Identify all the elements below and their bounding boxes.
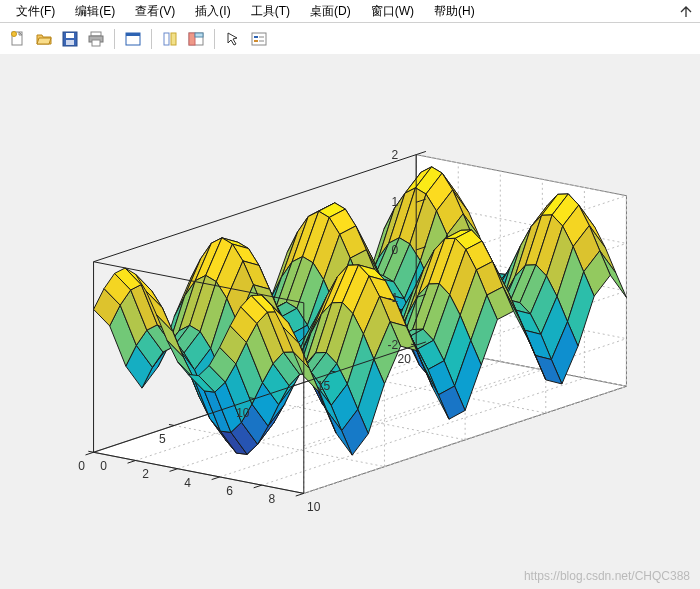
svg-point-2 bbox=[12, 32, 17, 37]
y-tick-label: 20 bbox=[398, 352, 412, 366]
svg-line-470 bbox=[170, 469, 178, 472]
svg-rect-14 bbox=[189, 33, 195, 45]
z-tick-label: -1 bbox=[388, 291, 399, 305]
y-tick-label: 10 bbox=[236, 406, 250, 420]
z-tick-label: 0 bbox=[392, 243, 399, 257]
menu-bar: 文件(F) 编辑(E) 查看(V) 插入(I) 工具(T) 桌面(D) 窗口(W… bbox=[0, 0, 700, 23]
menu-edit[interactable]: 编辑(E) bbox=[65, 1, 125, 22]
svg-line-469 bbox=[128, 460, 136, 463]
svg-rect-15 bbox=[195, 33, 203, 37]
x-tick-label: 0 bbox=[100, 459, 107, 473]
menu-file[interactable]: 文件(F) bbox=[6, 1, 65, 22]
print-icon[interactable] bbox=[84, 27, 108, 51]
x-tick-label: 6 bbox=[226, 484, 233, 498]
toolbar-separator bbox=[214, 29, 215, 49]
toolbar bbox=[0, 23, 700, 56]
y-tick-label: 15 bbox=[317, 379, 331, 393]
toolbar-separator bbox=[114, 29, 115, 49]
svg-line-460 bbox=[94, 155, 417, 262]
menu-tools[interactable]: 工具(T) bbox=[241, 1, 300, 22]
linked-plot-icon[interactable] bbox=[184, 27, 208, 51]
z-tick-label: 2 bbox=[392, 148, 399, 162]
data-cursor-icon[interactable] bbox=[158, 27, 182, 51]
menu-view[interactable]: 查看(V) bbox=[125, 1, 185, 22]
menu-desktop[interactable]: 桌面(D) bbox=[300, 1, 361, 22]
svg-rect-11 bbox=[164, 33, 169, 45]
x-tick-label: 8 bbox=[268, 492, 275, 506]
pointer-icon[interactable] bbox=[221, 27, 245, 51]
toolbar-separator bbox=[151, 29, 152, 49]
layout-icon[interactable] bbox=[121, 27, 145, 51]
svg-line-467 bbox=[416, 151, 426, 154]
menu-help[interactable]: 帮助(H) bbox=[424, 1, 485, 22]
axes-3d[interactable]: -2-1012024681005101520 bbox=[0, 54, 700, 589]
menu-window[interactable]: 窗口(W) bbox=[361, 1, 424, 22]
svg-rect-12 bbox=[171, 33, 176, 45]
z-tick-label: 1 bbox=[392, 195, 399, 209]
svg-rect-10 bbox=[126, 33, 140, 36]
svg-rect-5 bbox=[66, 40, 74, 45]
svg-rect-8 bbox=[92, 40, 100, 46]
save-icon[interactable] bbox=[58, 27, 82, 51]
svg-line-473 bbox=[296, 493, 304, 496]
y-tick-label: 5 bbox=[159, 432, 166, 446]
svg-rect-6 bbox=[91, 32, 101, 36]
x-tick-label: 10 bbox=[307, 500, 321, 514]
svg-line-471 bbox=[212, 477, 220, 480]
z-tick-label: -2 bbox=[388, 338, 399, 352]
x-tick-label: 4 bbox=[184, 476, 191, 490]
menu-insert[interactable]: 插入(I) bbox=[185, 1, 240, 22]
dock-icon[interactable] bbox=[678, 3, 694, 19]
svg-line-475 bbox=[169, 424, 174, 425]
svg-rect-4 bbox=[66, 33, 74, 38]
svg-line-472 bbox=[254, 485, 262, 488]
figure-area: -2-1012024681005101520 https://blog.csdn… bbox=[0, 54, 700, 589]
y-tick-label: 0 bbox=[78, 459, 85, 473]
open-icon[interactable] bbox=[32, 27, 56, 51]
svg-line-468 bbox=[85, 452, 93, 455]
svg-line-474 bbox=[88, 451, 93, 452]
x-tick-label: 2 bbox=[142, 467, 149, 481]
svg-rect-16 bbox=[252, 33, 266, 45]
new-figure-icon[interactable] bbox=[6, 27, 30, 51]
legend-icon[interactable] bbox=[247, 27, 271, 51]
